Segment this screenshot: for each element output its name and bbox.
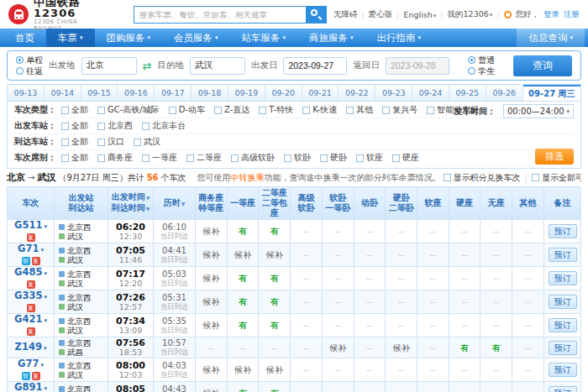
checkbox-icon[interactable] (61, 154, 69, 162)
accessibility-link[interactable]: 无障碍 (333, 9, 358, 20)
date-tab[interactable]: 09-22 (339, 85, 375, 101)
filter-option[interactable]: K-快速 (302, 104, 337, 116)
seat-availability[interactable]: 候补 (202, 274, 219, 283)
book-button[interactable]: 预订 (549, 386, 577, 392)
filter-option[interactable]: 商务座 (97, 152, 133, 164)
checkbox-icon[interactable] (346, 107, 354, 114)
train-code[interactable]: G511 (14, 220, 42, 232)
checkbox-icon[interactable] (532, 174, 539, 181)
filter-option[interactable]: 北京西 (97, 120, 133, 132)
checkbox-icon[interactable] (320, 154, 328, 162)
date-tab[interactable]: 09-14 (45, 85, 81, 101)
train-code[interactable]: G335 (14, 290, 42, 302)
filter-option[interactable]: 软座 (356, 152, 383, 164)
train-code[interactable]: G421 (14, 314, 42, 326)
seat-availability[interactable]: 有 (239, 297, 247, 306)
checkbox-icon[interactable] (142, 123, 150, 130)
chevron-down-icon[interactable]: ▾ (44, 294, 47, 301)
filter-option[interactable]: 硬座 (392, 152, 419, 164)
nav-item[interactable]: 车票▾ (46, 29, 95, 47)
nav-item[interactable]: 信息查询▾ (517, 29, 585, 47)
checkbox-icon[interactable] (214, 107, 222, 114)
from-city-input[interactable] (81, 57, 137, 75)
seat-availability[interactable]: 有 (492, 343, 501, 353)
seat-availability[interactable]: 候补 (329, 343, 346, 353)
filter-option[interactable]: GC-高铁/城际 (97, 104, 160, 116)
date-tab[interactable]: 09-21 (302, 85, 339, 101)
filter-option[interactable]: 软卧 (284, 152, 311, 164)
seat-availability[interactable]: 候补 (266, 250, 283, 259)
train-code[interactable]: G77 (18, 358, 39, 370)
column-header[interactable]: 出发时间▼到达时间▼ (108, 187, 154, 220)
search-button[interactable] (306, 6, 327, 24)
seat-availability[interactable]: 有 (239, 274, 247, 283)
chevron-down-icon[interactable]: ▾ (40, 247, 44, 253)
seat-availability[interactable]: 候补 (202, 250, 219, 259)
checkbox-icon[interactable] (142, 154, 150, 162)
filter-option[interactable]: D-动车 (169, 104, 205, 116)
swap-stations-icon[interactable]: ⇄ (143, 60, 152, 71)
sort-icon[interactable]: ▼ (181, 201, 186, 206)
filter-option[interactable]: Z-直达 (214, 104, 249, 116)
seat-availability[interactable]: 有 (270, 297, 279, 306)
depart-date-input[interactable] (283, 57, 347, 75)
date-tab-active[interactable]: 09-27 周三 (523, 85, 581, 101)
date-tab[interactable]: 09-23 (375, 85, 412, 101)
chevron-down-icon[interactable]: ▾ (44, 317, 47, 324)
site-search-input[interactable] (134, 6, 306, 24)
book-button[interactable]: 预订 (549, 363, 577, 377)
nav-item[interactable]: 首页 (3, 29, 46, 47)
seat-availability[interactable]: 候补 (266, 365, 283, 374)
date-tab[interactable]: 09-15 (81, 85, 118, 101)
book-button[interactable]: 预订 (549, 248, 577, 262)
passenger-normal-radio[interactable]: 普通 (468, 55, 495, 65)
checkbox-icon[interactable] (284, 154, 291, 162)
seat-availability[interactable]: 候补 (202, 365, 219, 374)
checkbox-icon[interactable] (61, 139, 69, 146)
depart-time-filter[interactable]: 发车时间： 00:00—24:00 ▾ (454, 104, 574, 118)
train-code[interactable]: G891 (14, 382, 42, 392)
filter-option[interactable]: 全部 (61, 104, 88, 116)
seat-availability[interactable]: 候补 (202, 297, 219, 306)
seat-availability[interactable]: 候补 (234, 250, 251, 259)
filter-option[interactable]: 复兴号 (382, 104, 417, 116)
radio-icon[interactable] (468, 56, 475, 64)
filter-option[interactable]: 高级软卧 (231, 152, 275, 164)
checkbox-icon[interactable] (61, 107, 69, 114)
language-link[interactable]: English▾ (404, 10, 437, 19)
seat-availability[interactable]: 候补 (202, 321, 219, 330)
seat-availability[interactable]: 有 (270, 227, 279, 236)
filter-option[interactable]: 二等座 (186, 152, 222, 164)
trip-oneway-radio[interactable]: 单程 (16, 55, 43, 65)
search-trains-button[interactable]: 查询 (513, 55, 572, 76)
checkbox-icon[interactable] (97, 123, 105, 130)
filter-option[interactable]: 武汉 (134, 136, 160, 148)
checkbox-icon[interactable] (169, 107, 176, 114)
passenger-student-radio[interactable]: 学生 (468, 66, 495, 76)
checkbox-icon[interactable] (186, 154, 194, 162)
sort-icon[interactable]: ▼ (146, 195, 150, 201)
date-tab[interactable]: 09-13 (8, 85, 45, 101)
nav-item[interactable]: 商旅服务▾ (297, 29, 365, 47)
to-city-input[interactable] (190, 57, 245, 75)
seat-availability[interactable]: 有 (239, 227, 247, 236)
date-tab[interactable]: 09-25 (449, 85, 486, 101)
seat-availability[interactable]: 有 (270, 389, 279, 392)
book-button[interactable]: 预订 (549, 224, 577, 238)
train-code[interactable]: G485 (14, 267, 42, 279)
chevron-down-icon[interactable]: ▾ (44, 385, 47, 392)
filter-option[interactable]: 全部 (61, 152, 88, 164)
filter-option[interactable]: 其他 (346, 104, 373, 116)
filter-option[interactable]: 全部 (61, 120, 88, 132)
checkbox-icon[interactable] (134, 139, 141, 146)
seat-availability[interactable]: 候补 (393, 343, 410, 353)
filter-option[interactable]: T-特快 (259, 104, 293, 116)
care-version-link[interactable]: 爱心版 (369, 9, 393, 20)
seat-availability[interactable]: 候补 (202, 389, 219, 392)
checkbox-icon[interactable] (302, 107, 310, 114)
date-tab[interactable]: 09-17 (155, 85, 192, 101)
date-tab[interactable]: 09-16 (118, 85, 155, 101)
date-tab[interactable]: 09-20 (265, 85, 302, 101)
checkbox-icon[interactable] (356, 154, 364, 162)
my-12306-link[interactable]: 我的12306▾ (448, 9, 493, 20)
